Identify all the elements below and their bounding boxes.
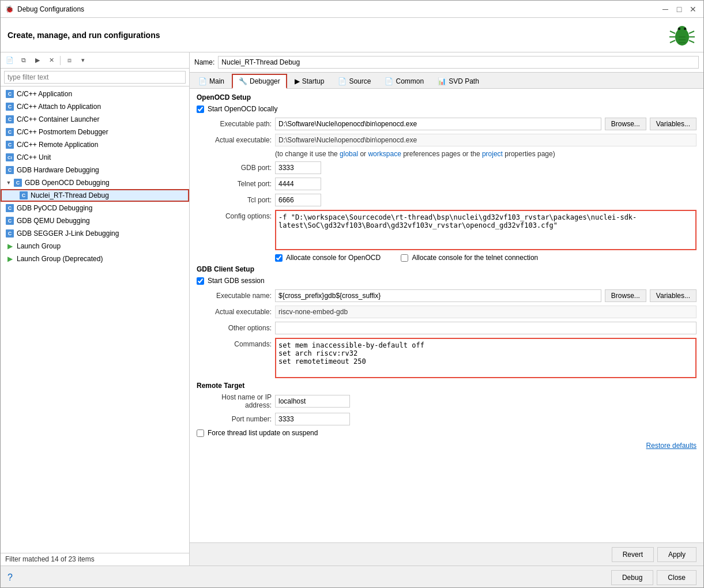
launch-group-dep-label: Launch Group (Deprecated) — [17, 255, 103, 263]
port-input[interactable] — [275, 413, 350, 425]
tree-item-cpp-container[interactable]: C C/C++ Container Launcher — [1, 113, 189, 126]
tree-item-gdb-pyocd[interactable]: C GDB PyOCD Debugging — [1, 202, 189, 214]
nuclei-label: Nuclei_RT-Thread Debug — [31, 191, 109, 199]
debug-button[interactable]: Debug — [611, 570, 653, 585]
tab-source[interactable]: 📄 Source — [332, 74, 377, 88]
remote-section-title: Remote Target — [197, 382, 697, 390]
gdb-openocd-icon: C — [13, 178, 22, 187]
config-options-label: Config options: — [197, 210, 272, 220]
force-thread-checkbox[interactable] — [197, 429, 204, 437]
gdb-openocd-expander[interactable]: ▼ — [5, 179, 12, 186]
tab-common[interactable]: 📄 Common — [378, 74, 430, 88]
window-controls: ─ □ ✕ — [660, 3, 699, 15]
start-gdb-checkbox[interactable] — [197, 277, 204, 285]
main-tab-label: Main — [209, 77, 224, 85]
exec-name-variables-button[interactable]: Variables... — [650, 289, 697, 302]
tree-item-cpp-unit[interactable]: Ci C/C++ Unit — [1, 151, 189, 164]
host-input[interactable] — [275, 395, 350, 408]
delete-config-button[interactable]: ✕ — [45, 54, 58, 67]
global-link[interactable]: global — [340, 150, 358, 158]
start-openocd-checkbox[interactable] — [197, 105, 204, 113]
window-title: Debug Configurations — [17, 5, 660, 13]
gdb-hardware-icon: C — [5, 165, 14, 175]
force-thread-row: Force thread list update on suspend — [197, 429, 697, 437]
filter-config-button[interactable]: ⧈ — [63, 54, 76, 67]
gdb-port-label: GDB port: — [197, 164, 272, 172]
config-options-input[interactable]: -f "D:\workspace\Sourcecode\rt-thread\bs… — [275, 210, 697, 250]
exec-name-browse-button[interactable]: Browse... — [605, 289, 646, 302]
startup-tab-icon: ▶ — [295, 77, 300, 85]
footer-bar: ? Debug Close — [1, 566, 703, 588]
executable-path-variables-button[interactable]: Variables... — [650, 118, 697, 130]
cpp-app-icon: C — [5, 89, 14, 99]
launch-group-icon: ▶ — [5, 242, 14, 251]
tab-startup[interactable]: ▶ Startup — [288, 74, 331, 88]
telnet-port-input[interactable] — [275, 178, 321, 190]
gdb-port-input[interactable] — [275, 161, 321, 174]
tree-item-launch-group-dep[interactable]: ▶ Launch Group (Deprecated) — [1, 252, 189, 265]
gdb-actual-exec-label: Actual executable: — [197, 308, 272, 316]
restore-defaults-link[interactable]: Restore defaults — [646, 442, 697, 450]
svg-line-6 — [670, 40, 675, 43]
allocate-telnet-checkbox[interactable] — [401, 254, 408, 262]
filter-input[interactable] — [4, 71, 186, 84]
cpp-container-label: C/C++ Container Launcher — [17, 115, 99, 123]
debugger-tab-label: Debugger — [250, 77, 280, 85]
filter-result: Filter matched 14 of 23 items — [5, 555, 95, 563]
workspace-link[interactable]: workspace — [368, 150, 401, 158]
allocate-console-checkbox[interactable] — [275, 254, 283, 262]
restore-defaults-row: Restore defaults — [197, 442, 697, 450]
tree-item-gdb-hardware[interactable]: C GDB Hardware Debugging — [1, 164, 189, 176]
close-button[interactable]: Close — [657, 570, 697, 585]
tree-item-cpp-app[interactable]: C C/C++ Application — [1, 88, 189, 100]
tree-item-cpp-attach[interactable]: C C/C++ Attach to Application — [1, 100, 189, 113]
host-row: Host name or IP address: — [197, 393, 697, 409]
help-icon[interactable]: ? — [7, 572, 13, 583]
tree-item-nuclei[interactable]: C Nuclei_RT-Thread Debug — [1, 189, 189, 202]
tab-svdpath[interactable]: 📊 SVD Path — [431, 74, 485, 88]
tree-item-launch-group[interactable]: ▶ Launch Group — [1, 240, 189, 252]
tree-item-cpp-remote[interactable]: C C/C++ Remote Application — [1, 138, 189, 151]
gdb-openocd-label: GDB OpenOCD Debugging — [25, 179, 110, 187]
header: Create, manage, and run configurations — [1, 18, 703, 52]
minimize-button[interactable]: ─ — [660, 3, 671, 15]
svdpath-tab-label: SVD Path — [449, 77, 479, 85]
executable-path-input[interactable] — [275, 118, 601, 130]
cpp-unit-icon: Ci — [5, 153, 14, 162]
maximize-button[interactable]: □ — [673, 3, 685, 15]
telnet-port-label: Telnet port: — [197, 180, 272, 188]
svg-line-7 — [689, 31, 694, 33]
tree-item-gdb-qemu[interactable]: C GDB QEMU Debugging — [1, 214, 189, 227]
tcl-port-input[interactable] — [275, 194, 321, 206]
new-config-button[interactable]: 📄 — [3, 54, 16, 67]
tree-item-gdb-openocd[interactable]: ▼ C GDB OpenOCD Debugging — [1, 176, 189, 189]
tab-main[interactable]: 📄 Main — [192, 74, 231, 88]
project-link[interactable]: project — [482, 150, 503, 158]
tab-debugger[interactable]: 🔧 Debugger — [232, 74, 287, 89]
gdb-qemu-icon: C — [5, 216, 14, 225]
tree-item-cpp-postmortem[interactable]: C C/C++ Postmortem Debugger — [1, 126, 189, 138]
config-name-input[interactable] — [218, 56, 699, 69]
apply-button[interactable]: Apply — [657, 547, 697, 562]
close-button[interactable]: ✕ — [687, 3, 699, 15]
gdb-hardware-label: GDB Hardware Debugging — [17, 166, 99, 174]
revert-button[interactable]: Revert — [612, 547, 654, 562]
common-tab-icon: 📄 — [385, 77, 393, 85]
cpp-attach-label: C/C++ Attach to Application — [17, 103, 101, 111]
tcl-port-label: Tcl port: — [197, 196, 272, 204]
exec-name-input[interactable] — [275, 289, 601, 302]
start-gdb-label: Start GDB session — [208, 277, 265, 285]
panel-content: OpenOCD Setup Start OpenOCD locally Exec… — [190, 89, 703, 542]
actual-executable-row: Actual executable: D:\Software\Nuclei\op… — [197, 134, 697, 146]
commands-input[interactable]: set mem inaccessible-by-default off set … — [275, 338, 697, 378]
sidebar-toolbar: 📄 ⧉ ▶ ✕ ⧈ ▾ — [1, 52, 189, 69]
tree-item-gdb-segger[interactable]: C GDB SEGGER J-Link Debugging — [1, 227, 189, 240]
more-button[interactable]: ▾ — [77, 54, 89, 67]
run-config-button[interactable]: ▶ — [31, 54, 44, 67]
duplicate-config-button[interactable]: ⧉ — [17, 54, 30, 67]
executable-path-browse-button[interactable]: Browse... — [605, 118, 646, 130]
actual-executable-label: Actual executable: — [197, 136, 272, 144]
other-options-input[interactable] — [275, 322, 697, 334]
name-label: Name: — [194, 58, 214, 66]
status-bar: Filter matched 14 of 23 items — [1, 553, 189, 566]
